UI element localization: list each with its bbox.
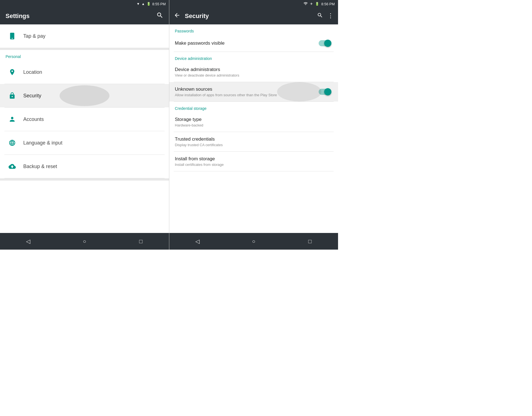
accounts-item[interactable]: Accounts — [0, 108, 169, 131]
wifi-icon — [303, 1, 308, 7]
toggle-thumb — [324, 40, 331, 47]
tap-icon — [6, 29, 19, 43]
passwords-section-header: Passwords — [169, 24, 338, 35]
device-administrators-subtitle: View or deactivate device administrators — [175, 73, 332, 77]
trusted-credentials-title: Trusted credentials — [175, 136, 332, 142]
install-from-storage-text: Install from storage Install certificate… — [175, 156, 332, 167]
location-icon — [6, 65, 19, 79]
trusted-credentials-text: Trusted credentials Display trusted CA c… — [175, 136, 332, 147]
search-icon[interactable] — [156, 12, 163, 21]
storage-type-text: Storage type Hardware-backed — [175, 117, 332, 127]
install-from-storage-item[interactable]: Install from storage Install certificate… — [169, 152, 338, 171]
toggle-thumb-unknown — [324, 88, 331, 95]
accounts-label: Accounts — [23, 116, 44, 122]
install-from-storage-title: Install from storage — [175, 156, 332, 162]
app-title: Settings — [6, 12, 30, 20]
divider-thick — [0, 48, 169, 50]
location-item[interactable]: Location — [0, 60, 169, 84]
language-label: Language & input — [23, 140, 62, 146]
personal-section-header: Personal — [0, 50, 169, 60]
install-from-storage-subtitle: Install certificates from storage — [175, 163, 332, 167]
backup-label: Backup & reset — [23, 164, 57, 169]
tap-pay-label: Tap & pay — [23, 33, 45, 39]
make-passwords-visible-item[interactable]: Make passwords visible — [169, 35, 338, 52]
right-content: Passwords Make passwords visible Device … — [169, 24, 338, 233]
unknown-sources-text: Unknown sources Allow installation of ap… — [175, 87, 319, 97]
left-toolbar: Settings — [0, 8, 169, 24]
location-label: Location — [23, 69, 42, 75]
right-panel: ✈ 🔋 8:56 PM Security ⋮ Passwords Make pa… — [169, 0, 338, 250]
unknown-sources-subtitle: Allow installation of apps from sources … — [175, 93, 319, 97]
device-admin-section-header: Device administration — [169, 52, 338, 62]
battery-right-icon: 🔋 — [315, 2, 319, 6]
make-passwords-visible-title: Make passwords visible — [175, 40, 319, 46]
back-icon[interactable] — [174, 12, 180, 20]
signal-down-icon: ▼ — [137, 2, 140, 6]
security-item[interactable]: Security — [0, 84, 169, 107]
right-time: 8:56 PM — [321, 2, 335, 6]
storage-type-item[interactable]: Storage type Hardware-backed — [169, 112, 338, 132]
make-passwords-visible-text: Make passwords visible — [175, 40, 319, 46]
lock-icon — [6, 89, 19, 102]
language-icon — [6, 136, 19, 149]
device-administrators-item[interactable]: Device administrators View or deactivate… — [169, 62, 338, 82]
storage-type-subtitle: Hardware-backed — [175, 123, 332, 127]
signal-icon: ▲ — [142, 2, 145, 6]
right-toolbar: Security ⋮ — [169, 8, 338, 24]
divider-install-from-storage — [174, 171, 334, 171]
left-content: Tap & pay Personal Location Security — [0, 24, 169, 233]
right-back-button[interactable]: ◁ — [191, 236, 204, 247]
left-panel: ▼ ▲ 🔋 8:55 PM Settings Tap & pay Persona… — [0, 0, 169, 250]
storage-type-title: Storage type — [175, 117, 332, 122]
backup-item[interactable]: Backup & reset — [0, 155, 169, 178]
language-item[interactable]: Language & input — [0, 131, 169, 154]
right-status-bar: ✈ 🔋 8:56 PM — [169, 0, 338, 8]
toolbar-icons: ⋮ — [317, 12, 334, 20]
recents-button[interactable]: □ — [134, 236, 148, 247]
left-time: 8:55 PM — [152, 2, 166, 6]
device-administrators-title: Device administrators — [175, 67, 332, 72]
back-button[interactable]: ◁ — [21, 236, 35, 247]
airplane-icon: ✈ — [310, 2, 313, 6]
unknown-sources-toggle[interactable] — [319, 88, 332, 96]
more-options-icon[interactable]: ⋮ — [328, 12, 334, 20]
trusted-credentials-subtitle: Display trusted CA certificates — [175, 143, 332, 147]
device-administrators-text: Device administrators View or deactivate… — [175, 67, 332, 77]
right-recents-button[interactable]: □ — [303, 236, 317, 247]
backup-icon — [6, 160, 19, 173]
make-passwords-toggle[interactable] — [319, 39, 332, 47]
page-title: Security — [185, 12, 313, 20]
right-nav-bar: ◁ ○ □ — [169, 233, 338, 250]
search-right-icon[interactable] — [317, 12, 323, 20]
tap-pay-item[interactable]: Tap & pay — [0, 24, 169, 48]
account-icon — [6, 113, 19, 126]
bottom-divider — [0, 178, 169, 181]
unknown-sources-item[interactable]: Unknown sources Allow installation of ap… — [169, 82, 338, 102]
left-nav-bar: ◁ ○ □ — [0, 233, 169, 250]
unknown-sources-title: Unknown sources — [175, 87, 319, 92]
trusted-credentials-item[interactable]: Trusted credentials Display trusted CA c… — [169, 132, 338, 151]
home-button[interactable]: ○ — [78, 236, 91, 247]
left-status-bar: ▼ ▲ 🔋 8:55 PM — [0, 0, 169, 8]
security-label: Security — [23, 93, 41, 99]
battery-icon: 🔋 — [147, 2, 151, 6]
right-home-button[interactable]: ○ — [247, 236, 261, 247]
credential-storage-section-header: Credential storage — [169, 102, 338, 112]
